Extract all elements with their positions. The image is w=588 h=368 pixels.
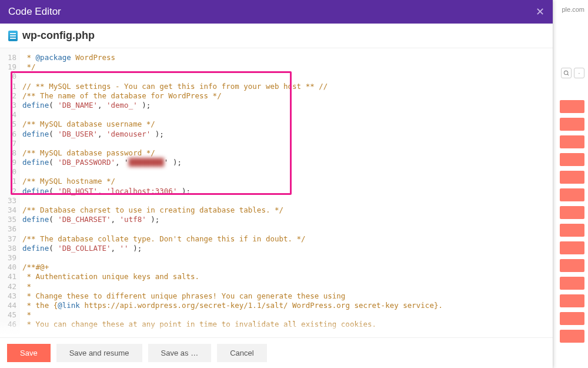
line-number: 3 bbox=[0, 101, 16, 110]
code-line[interactable]: define( 'DB_CHARSET', 'utf8' ); bbox=[22, 215, 553, 224]
code-line[interactable]: define( 'DB_COLLATE', '' ); bbox=[22, 244, 553, 253]
bg-action-badge[interactable] bbox=[560, 330, 584, 343]
file-icon bbox=[8, 31, 18, 41]
file-name: wp-config.php bbox=[22, 29, 95, 42]
svg-point-0 bbox=[564, 71, 567, 74]
bg-action-badge[interactable] bbox=[560, 259, 584, 272]
code-line[interactable]: * Change these to different unique phras… bbox=[22, 291, 553, 301]
line-number-gutter: 1819012345678901233343536373839404142434… bbox=[0, 48, 20, 337]
code-line[interactable]: define( 'DB_USER', 'demouser' ); bbox=[22, 130, 553, 139]
bg-action-badge[interactable] bbox=[560, 241, 584, 254]
line-number: 43 bbox=[0, 291, 16, 301]
code-line[interactable]: * the {@link https://api.wordpress.org/s… bbox=[22, 301, 553, 310]
code-line[interactable]: * @package WordPress bbox=[22, 53, 553, 62]
cancel-button[interactable]: Cancel bbox=[217, 344, 266, 362]
code-line[interactable]: define( 'DB_NAME', 'demo_' ); bbox=[22, 101, 553, 110]
bg-action-badge[interactable] bbox=[560, 135, 584, 148]
editor-area[interactable]: 1819012345678901233343536373839404142434… bbox=[0, 48, 553, 337]
code-line[interactable]: // ** MySQL settings - You can get this … bbox=[22, 82, 553, 91]
code-line[interactable]: define( 'DB_PASSWORD', '████████' ); bbox=[22, 158, 553, 167]
line-number: 39 bbox=[0, 253, 16, 263]
code-line[interactable]: * bbox=[22, 282, 553, 291]
code-line[interactable]: * bbox=[22, 310, 553, 320]
code-line[interactable] bbox=[22, 110, 553, 120]
bg-action-badge[interactable] bbox=[560, 153, 584, 166]
code-line[interactable]: */ bbox=[22, 62, 553, 72]
bg-action-badge[interactable] bbox=[560, 224, 584, 237]
line-number: 33 bbox=[0, 196, 16, 205]
code-line[interactable]: /** MySQL database username */ bbox=[22, 120, 553, 129]
code-line[interactable]: * You can change these at any point in t… bbox=[22, 320, 553, 329]
line-number: 9 bbox=[0, 158, 16, 167]
line-number: 19 bbox=[0, 62, 16, 72]
line-number: 0 bbox=[0, 167, 16, 177]
line-number: 46 bbox=[0, 320, 16, 329]
bg-action-badge[interactable] bbox=[560, 206, 584, 219]
line-number: 6 bbox=[0, 130, 16, 139]
bg-action-badge[interactable] bbox=[560, 277, 584, 290]
code-line[interactable] bbox=[22, 167, 553, 177]
code-line[interactable]: * Authentication unique keys and salts. bbox=[22, 272, 553, 281]
line-number: 7 bbox=[0, 139, 16, 148]
footer-toolbar: Save Save and resume Save as … Cancel bbox=[0, 337, 553, 368]
line-number: 38 bbox=[0, 244, 16, 253]
line-number: 35 bbox=[0, 215, 16, 224]
code-line[interactable]: /** Database charset to use in creating … bbox=[22, 205, 553, 215]
code-line[interactable]: /** The database collate type. Don't cha… bbox=[22, 234, 553, 244]
code-line[interactable] bbox=[22, 139, 553, 148]
save-as-button[interactable]: Save as … bbox=[148, 344, 212, 362]
dropdown-caret-icon[interactable]: · bbox=[574, 68, 584, 78]
close-icon[interactable]: ✕ bbox=[536, 5, 544, 18]
line-number: 0 bbox=[0, 72, 16, 81]
bg-action-badge[interactable] bbox=[560, 188, 584, 201]
search-icon[interactable] bbox=[561, 68, 572, 78]
background-panel: ple.com · bbox=[553, 0, 588, 368]
code-line[interactable] bbox=[22, 196, 553, 205]
bg-action-badge[interactable] bbox=[560, 312, 584, 325]
url-fragment: ple.com bbox=[562, 6, 584, 13]
line-number: 1 bbox=[0, 177, 16, 186]
line-number: 34 bbox=[0, 205, 16, 215]
line-number: 18 bbox=[0, 53, 16, 62]
line-number: 2 bbox=[0, 91, 16, 101]
line-number: 5 bbox=[0, 120, 16, 129]
code-line[interactable]: /** MySQL database password */ bbox=[22, 148, 553, 158]
line-number: 44 bbox=[0, 301, 16, 310]
code-line[interactable]: /** The name of the database for WordPre… bbox=[22, 91, 553, 101]
file-bar: wp-config.php bbox=[0, 24, 553, 48]
line-number: 42 bbox=[0, 282, 16, 291]
code-line[interactable]: /** MySQL hostname */ bbox=[22, 177, 553, 186]
svg-line-1 bbox=[567, 74, 568, 75]
save-and-resume-button[interactable]: Save and resume bbox=[56, 344, 142, 362]
bg-action-badge[interactable] bbox=[560, 171, 584, 184]
bg-action-badge[interactable] bbox=[560, 294, 584, 307]
code-line[interactable]: /**#@+ bbox=[22, 263, 553, 272]
line-number: 36 bbox=[0, 224, 16, 234]
line-number: 40 bbox=[0, 263, 16, 272]
modal-title: Code Editor bbox=[8, 6, 61, 18]
line-number: 4 bbox=[0, 110, 16, 120]
modal-header: Code Editor ✕ bbox=[0, 0, 553, 24]
bg-action-badge[interactable] bbox=[560, 118, 584, 131]
line-number: 2 bbox=[0, 187, 16, 196]
line-number: 37 bbox=[0, 234, 16, 244]
line-number: 45 bbox=[0, 310, 16, 320]
code-line[interactable] bbox=[22, 253, 553, 263]
line-number: 41 bbox=[0, 272, 16, 281]
code-line[interactable] bbox=[22, 224, 553, 234]
save-button[interactable]: Save bbox=[7, 344, 51, 362]
bg-action-badge[interactable] bbox=[560, 100, 584, 113]
code-content[interactable]: * @package WordPress */ // ** MySQL sett… bbox=[22, 48, 553, 337]
line-number: 8 bbox=[0, 148, 16, 158]
code-editor-modal: Code Editor ✕ wp-config.php 181901234567… bbox=[0, 0, 553, 368]
line-number: 1 bbox=[0, 82, 16, 91]
code-line[interactable] bbox=[22, 72, 553, 81]
code-line[interactable]: define( 'DB_HOST', 'localhost:3306' ); bbox=[22, 187, 553, 196]
